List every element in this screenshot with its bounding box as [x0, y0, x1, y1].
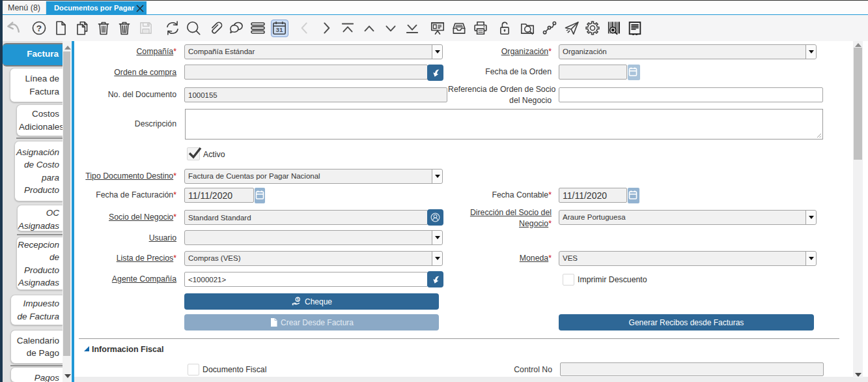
svg-text:31: 31 [276, 26, 283, 33]
svg-text:$: $ [297, 297, 299, 301]
svg-text:?: ? [36, 23, 42, 33]
